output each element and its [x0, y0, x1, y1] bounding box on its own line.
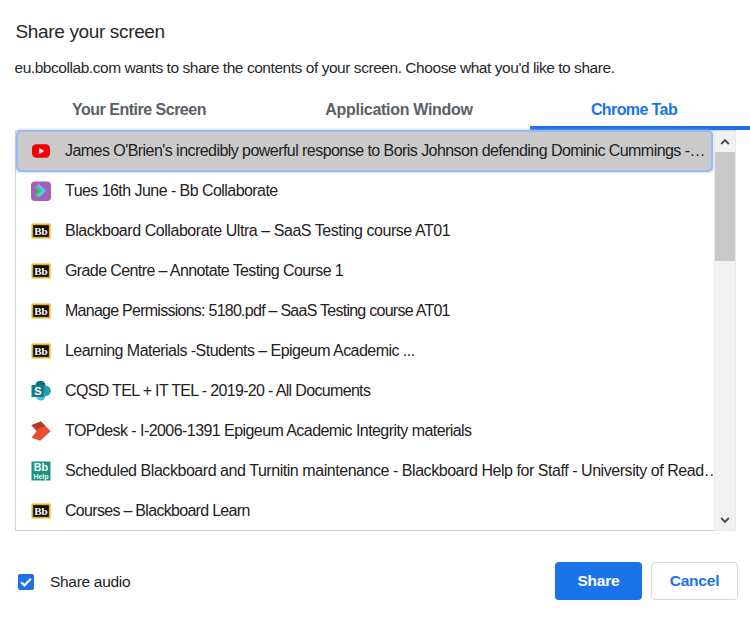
svg-text:Bb: Bb — [34, 461, 49, 473]
svg-text:Help: Help — [33, 473, 48, 481]
svg-text:Bb: Bb — [34, 225, 47, 237]
svg-text:Bb: Bb — [34, 305, 47, 317]
svg-text:Bb: Bb — [34, 505, 47, 517]
svg-text:Bb: Bb — [34, 265, 47, 277]
svg-text:Bb: Bb — [34, 345, 47, 357]
svg-text:S: S — [34, 385, 41, 397]
